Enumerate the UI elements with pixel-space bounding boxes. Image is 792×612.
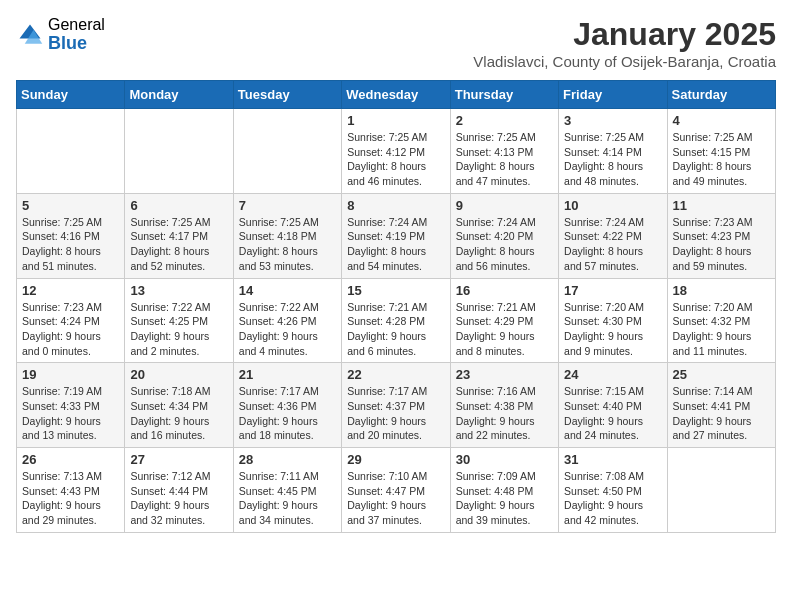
logo-blue: Blue bbox=[48, 34, 105, 54]
day-number: 14 bbox=[239, 283, 336, 298]
calendar-cell: 12Sunrise: 7:23 AM Sunset: 4:24 PM Dayli… bbox=[17, 278, 125, 363]
calendar-cell: 2Sunrise: 7:25 AM Sunset: 4:13 PM Daylig… bbox=[450, 109, 558, 194]
day-info: Sunrise: 7:24 AM Sunset: 4:20 PM Dayligh… bbox=[456, 215, 553, 274]
day-header-friday: Friday bbox=[559, 81, 667, 109]
calendar-week-row: 12Sunrise: 7:23 AM Sunset: 4:24 PM Dayli… bbox=[17, 278, 776, 363]
day-info: Sunrise: 7:21 AM Sunset: 4:28 PM Dayligh… bbox=[347, 300, 444, 359]
day-info: Sunrise: 7:25 AM Sunset: 4:18 PM Dayligh… bbox=[239, 215, 336, 274]
day-info: Sunrise: 7:17 AM Sunset: 4:37 PM Dayligh… bbox=[347, 384, 444, 443]
day-info: Sunrise: 7:11 AM Sunset: 4:45 PM Dayligh… bbox=[239, 469, 336, 528]
day-number: 11 bbox=[673, 198, 770, 213]
day-info: Sunrise: 7:08 AM Sunset: 4:50 PM Dayligh… bbox=[564, 469, 661, 528]
day-number: 1 bbox=[347, 113, 444, 128]
day-number: 18 bbox=[673, 283, 770, 298]
day-info: Sunrise: 7:20 AM Sunset: 4:32 PM Dayligh… bbox=[673, 300, 770, 359]
day-number: 2 bbox=[456, 113, 553, 128]
day-number: 15 bbox=[347, 283, 444, 298]
day-header-thursday: Thursday bbox=[450, 81, 558, 109]
calendar-cell: 17Sunrise: 7:20 AM Sunset: 4:30 PM Dayli… bbox=[559, 278, 667, 363]
day-header-sunday: Sunday bbox=[17, 81, 125, 109]
day-info: Sunrise: 7:12 AM Sunset: 4:44 PM Dayligh… bbox=[130, 469, 227, 528]
day-number: 5 bbox=[22, 198, 119, 213]
calendar-cell: 14Sunrise: 7:22 AM Sunset: 4:26 PM Dayli… bbox=[233, 278, 341, 363]
day-number: 29 bbox=[347, 452, 444, 467]
logo: General Blue bbox=[16, 16, 105, 53]
calendar-week-row: 5Sunrise: 7:25 AM Sunset: 4:16 PM Daylig… bbox=[17, 193, 776, 278]
day-info: Sunrise: 7:17 AM Sunset: 4:36 PM Dayligh… bbox=[239, 384, 336, 443]
day-info: Sunrise: 7:25 AM Sunset: 4:13 PM Dayligh… bbox=[456, 130, 553, 189]
day-number: 30 bbox=[456, 452, 553, 467]
calendar-cell: 22Sunrise: 7:17 AM Sunset: 4:37 PM Dayli… bbox=[342, 363, 450, 448]
day-number: 10 bbox=[564, 198, 661, 213]
day-header-wednesday: Wednesday bbox=[342, 81, 450, 109]
day-number: 6 bbox=[130, 198, 227, 213]
day-info: Sunrise: 7:20 AM Sunset: 4:30 PM Dayligh… bbox=[564, 300, 661, 359]
day-info: Sunrise: 7:19 AM Sunset: 4:33 PM Dayligh… bbox=[22, 384, 119, 443]
day-number: 23 bbox=[456, 367, 553, 382]
logo-general: General bbox=[48, 16, 105, 34]
calendar-cell: 15Sunrise: 7:21 AM Sunset: 4:28 PM Dayli… bbox=[342, 278, 450, 363]
calendar-cell: 3Sunrise: 7:25 AM Sunset: 4:14 PM Daylig… bbox=[559, 109, 667, 194]
day-info: Sunrise: 7:25 AM Sunset: 4:12 PM Dayligh… bbox=[347, 130, 444, 189]
day-info: Sunrise: 7:13 AM Sunset: 4:43 PM Dayligh… bbox=[22, 469, 119, 528]
calendar-cell: 8Sunrise: 7:24 AM Sunset: 4:19 PM Daylig… bbox=[342, 193, 450, 278]
calendar-cell: 19Sunrise: 7:19 AM Sunset: 4:33 PM Dayli… bbox=[17, 363, 125, 448]
calendar-cell: 24Sunrise: 7:15 AM Sunset: 4:40 PM Dayli… bbox=[559, 363, 667, 448]
calendar-cell: 18Sunrise: 7:20 AM Sunset: 4:32 PM Dayli… bbox=[667, 278, 775, 363]
day-info: Sunrise: 7:25 AM Sunset: 4:15 PM Dayligh… bbox=[673, 130, 770, 189]
day-info: Sunrise: 7:18 AM Sunset: 4:34 PM Dayligh… bbox=[130, 384, 227, 443]
calendar-cell: 11Sunrise: 7:23 AM Sunset: 4:23 PM Dayli… bbox=[667, 193, 775, 278]
calendar-cell: 26Sunrise: 7:13 AM Sunset: 4:43 PM Dayli… bbox=[17, 448, 125, 533]
day-info: Sunrise: 7:22 AM Sunset: 4:26 PM Dayligh… bbox=[239, 300, 336, 359]
calendar-cell: 30Sunrise: 7:09 AM Sunset: 4:48 PM Dayli… bbox=[450, 448, 558, 533]
calendar-cell bbox=[125, 109, 233, 194]
calendar-week-row: 19Sunrise: 7:19 AM Sunset: 4:33 PM Dayli… bbox=[17, 363, 776, 448]
day-number: 28 bbox=[239, 452, 336, 467]
calendar-cell: 1Sunrise: 7:25 AM Sunset: 4:12 PM Daylig… bbox=[342, 109, 450, 194]
calendar-cell: 31Sunrise: 7:08 AM Sunset: 4:50 PM Dayli… bbox=[559, 448, 667, 533]
calendar-header-row: SundayMondayTuesdayWednesdayThursdayFrid… bbox=[17, 81, 776, 109]
calendar-cell: 23Sunrise: 7:16 AM Sunset: 4:38 PM Dayli… bbox=[450, 363, 558, 448]
day-number: 8 bbox=[347, 198, 444, 213]
day-header-monday: Monday bbox=[125, 81, 233, 109]
day-header-saturday: Saturday bbox=[667, 81, 775, 109]
calendar-cell: 16Sunrise: 7:21 AM Sunset: 4:29 PM Dayli… bbox=[450, 278, 558, 363]
day-info: Sunrise: 7:16 AM Sunset: 4:38 PM Dayligh… bbox=[456, 384, 553, 443]
day-number: 9 bbox=[456, 198, 553, 213]
calendar-cell: 13Sunrise: 7:22 AM Sunset: 4:25 PM Dayli… bbox=[125, 278, 233, 363]
day-number: 12 bbox=[22, 283, 119, 298]
calendar-cell: 20Sunrise: 7:18 AM Sunset: 4:34 PM Dayli… bbox=[125, 363, 233, 448]
day-info: Sunrise: 7:14 AM Sunset: 4:41 PM Dayligh… bbox=[673, 384, 770, 443]
location: Vladislavci, County of Osijek-Baranja, C… bbox=[473, 53, 776, 70]
page-header: General Blue January 2025 Vladislavci, C… bbox=[16, 16, 776, 70]
calendar-cell: 7Sunrise: 7:25 AM Sunset: 4:18 PM Daylig… bbox=[233, 193, 341, 278]
day-number: 17 bbox=[564, 283, 661, 298]
day-number: 20 bbox=[130, 367, 227, 382]
calendar-cell: 10Sunrise: 7:24 AM Sunset: 4:22 PM Dayli… bbox=[559, 193, 667, 278]
logo-icon bbox=[16, 21, 44, 49]
calendar-cell: 28Sunrise: 7:11 AM Sunset: 4:45 PM Dayli… bbox=[233, 448, 341, 533]
calendar-cell: 6Sunrise: 7:25 AM Sunset: 4:17 PM Daylig… bbox=[125, 193, 233, 278]
day-info: Sunrise: 7:25 AM Sunset: 4:16 PM Dayligh… bbox=[22, 215, 119, 274]
day-number: 24 bbox=[564, 367, 661, 382]
day-number: 7 bbox=[239, 198, 336, 213]
day-number: 31 bbox=[564, 452, 661, 467]
calendar-cell: 9Sunrise: 7:24 AM Sunset: 4:20 PM Daylig… bbox=[450, 193, 558, 278]
day-info: Sunrise: 7:21 AM Sunset: 4:29 PM Dayligh… bbox=[456, 300, 553, 359]
calendar-table: SundayMondayTuesdayWednesdayThursdayFrid… bbox=[16, 80, 776, 533]
calendar-cell: 21Sunrise: 7:17 AM Sunset: 4:36 PM Dayli… bbox=[233, 363, 341, 448]
calendar-week-row: 26Sunrise: 7:13 AM Sunset: 4:43 PM Dayli… bbox=[17, 448, 776, 533]
day-number: 27 bbox=[130, 452, 227, 467]
day-info: Sunrise: 7:22 AM Sunset: 4:25 PM Dayligh… bbox=[130, 300, 227, 359]
logo-text: General Blue bbox=[48, 16, 105, 53]
day-number: 4 bbox=[673, 113, 770, 128]
day-number: 22 bbox=[347, 367, 444, 382]
day-info: Sunrise: 7:24 AM Sunset: 4:22 PM Dayligh… bbox=[564, 215, 661, 274]
day-info: Sunrise: 7:10 AM Sunset: 4:47 PM Dayligh… bbox=[347, 469, 444, 528]
day-info: Sunrise: 7:25 AM Sunset: 4:14 PM Dayligh… bbox=[564, 130, 661, 189]
day-info: Sunrise: 7:23 AM Sunset: 4:23 PM Dayligh… bbox=[673, 215, 770, 274]
day-info: Sunrise: 7:09 AM Sunset: 4:48 PM Dayligh… bbox=[456, 469, 553, 528]
title-block: January 2025 Vladislavci, County of Osij… bbox=[473, 16, 776, 70]
day-info: Sunrise: 7:25 AM Sunset: 4:17 PM Dayligh… bbox=[130, 215, 227, 274]
calendar-cell bbox=[667, 448, 775, 533]
